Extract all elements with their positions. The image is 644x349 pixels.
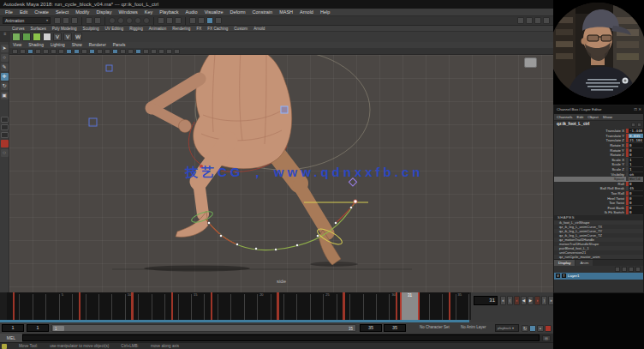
layout-persp-outliner-icon[interactable] xyxy=(1,132,9,138)
layer-visibility-toggle[interactable]: V xyxy=(556,274,560,278)
frame-cell[interactable] xyxy=(86,294,99,320)
open-render-view-icon[interactable] xyxy=(189,17,196,24)
layer-row-layer1[interactable]: VTLayer1 xyxy=(554,273,643,280)
undo-icon[interactable] xyxy=(86,17,92,24)
time-slider-frames[interactable]: 510152025303531 xyxy=(7,292,469,320)
lasso-tool-icon[interactable]: ○ xyxy=(1,54,9,62)
menu-create[interactable]: Create xyxy=(34,9,49,15)
channel-value-field[interactable]: 1 xyxy=(629,167,643,171)
viewport-3d[interactable]: 技艺CG ， www.qdnxxfb.cn side xyxy=(9,55,553,292)
menu-edit[interactable]: Edit xyxy=(20,9,27,15)
animation-end-field[interactable]: 35 xyxy=(384,324,406,332)
channel-value-field[interactable]: 0 xyxy=(629,153,643,157)
open-scene-icon[interactable] xyxy=(63,17,69,24)
smooth-shade-all-icon[interactable] xyxy=(74,49,80,54)
x-ray-icon[interactable] xyxy=(143,49,149,54)
lock-camera-icon[interactable] xyxy=(20,49,26,54)
keyframe-tick[interactable] xyxy=(171,292,174,320)
keyframe-tick[interactable] xyxy=(131,292,134,320)
menu-mash[interactable]: MASH xyxy=(279,9,293,15)
window-titlebar[interactable]: Autodesk Maya 2018: run_cycle_block_v04.… xyxy=(0,0,553,9)
shelf-item-sweater[interactable] xyxy=(12,33,21,41)
shelf-tab-sculpting[interactable]: Sculpting xyxy=(83,27,99,31)
frame-cell[interactable] xyxy=(245,294,258,320)
move-layer-down-icon[interactable] xyxy=(622,267,627,272)
anim-layer-menu[interactable]: No Anim Layer xyxy=(461,325,486,329)
scale-tool-icon[interactable]: ▣ xyxy=(1,92,9,99)
current-time-field[interactable]: 31 xyxy=(474,296,498,305)
playback-end-field[interactable]: 35 xyxy=(360,324,382,332)
frame-cell[interactable] xyxy=(112,294,125,320)
animation-start-field[interactable]: 1 xyxy=(2,324,24,332)
shelf-tab-rendering[interactable]: Rendering xyxy=(172,27,190,31)
zoom-tool-icon[interactable]: ◌ xyxy=(1,149,9,157)
shelf-item-shirt[interactable] xyxy=(43,33,51,41)
script-editor-icon[interactable]: ▤ xyxy=(542,335,551,341)
frame-cell[interactable] xyxy=(218,294,231,320)
use-all-lights-icon[interactable] xyxy=(89,49,95,54)
keyframe-tick[interactable] xyxy=(277,292,279,320)
shelf-tab-poly-modeling[interactable]: Poly Modeling xyxy=(52,27,77,31)
play-backwards-button[interactable]: ◀ xyxy=(521,296,527,305)
control-cube-1[interactable] xyxy=(89,118,97,126)
range-slider-track[interactable]: 1 35 xyxy=(51,324,356,332)
channel-value-field[interactable]: 0 xyxy=(629,148,643,153)
channel-box-menu-show[interactable]: Show xyxy=(603,115,612,119)
panel-menu-show[interactable]: Show xyxy=(72,43,82,47)
keyframe-tick[interactable] xyxy=(13,292,15,320)
character-back-leg[interactable] xyxy=(268,143,341,265)
layer-from-selected-icon[interactable] xyxy=(635,267,641,272)
channel-value-field[interactable]: on xyxy=(629,172,643,177)
textured-icon[interactable] xyxy=(81,49,87,54)
multisampling-icon[interactable] xyxy=(120,49,126,54)
anim-snapshot-icon[interactable] xyxy=(529,325,536,332)
make-live-icon[interactable] xyxy=(143,17,150,24)
menu-arnold[interactable]: Arnold xyxy=(300,9,313,15)
image-plane-icon[interactable] xyxy=(43,49,49,54)
input-connections-icon[interactable] xyxy=(158,17,164,24)
current-frame-marker[interactable]: 31 xyxy=(400,292,420,320)
keyframe-tick[interactable] xyxy=(79,292,81,320)
shelf-tab-rigging[interactable]: Rigging xyxy=(129,27,143,31)
sequence-time-icon[interactable] xyxy=(128,49,134,54)
menu-windows[interactable]: Windows xyxy=(118,9,137,15)
keyframe-tick[interactable] xyxy=(396,292,398,320)
rotate-tool-icon[interactable]: ↻ xyxy=(1,82,9,90)
output-connections-icon[interactable] xyxy=(166,17,173,24)
empty-layer-icon[interactable] xyxy=(629,267,634,272)
menu-modify[interactable]: Modify xyxy=(75,9,89,15)
wireframe-on-shaded-icon[interactable] xyxy=(151,49,157,54)
frame-cell[interactable] xyxy=(46,294,59,320)
channel-value-field[interactable]: 0 xyxy=(629,196,643,201)
time-slider[interactable]: 510152025303531 xyxy=(0,292,471,320)
step-back-frame-button[interactable]: ⟨ xyxy=(507,296,513,305)
layer-tab-display[interactable]: Display xyxy=(554,260,575,266)
paint-select-tool-icon[interactable]: ✎ xyxy=(1,63,9,71)
frame-cell[interactable] xyxy=(20,294,33,320)
shelf-tab-surfaces[interactable]: Surfaces xyxy=(31,27,46,31)
shelf-item-pants-b[interactable] xyxy=(33,33,41,41)
shelf-item-cloth-w[interactable]: W xyxy=(74,33,82,41)
shelf-tab-fx-caching[interactable]: FX Caching xyxy=(207,27,228,31)
frame-cell[interactable] xyxy=(297,294,310,320)
snap-to-planes-icon[interactable] xyxy=(134,17,141,24)
channel-box-icon[interactable] xyxy=(543,17,550,24)
menu-select[interactable]: Select xyxy=(56,9,69,15)
frame-cell[interactable] xyxy=(60,294,73,320)
panel-menu-panels[interactable]: Panels xyxy=(113,43,126,47)
wireframe-icon[interactable] xyxy=(66,49,72,54)
quick-render-icon[interactable] xyxy=(198,17,205,24)
frame-cell[interactable] xyxy=(139,294,152,320)
select-tool-icon[interactable]: ➤ xyxy=(1,45,9,52)
panel-menu-shading[interactable]: Shading xyxy=(28,43,44,47)
isolate-select-icon[interactable] xyxy=(1,140,9,147)
layout-four-pane-icon[interactable] xyxy=(1,124,9,130)
frame-cell[interactable] xyxy=(192,294,205,320)
render-settings-icon[interactable] xyxy=(215,17,222,24)
menu-visualize[interactable]: Visualize xyxy=(205,9,224,15)
frame-cell[interactable] xyxy=(258,294,271,320)
gate-mask-icon[interactable] xyxy=(166,49,172,54)
frame-cell[interactable] xyxy=(231,294,244,320)
shelf-item-cloth-v1[interactable]: V xyxy=(53,33,62,41)
bookmarks-icon[interactable] xyxy=(35,49,41,54)
